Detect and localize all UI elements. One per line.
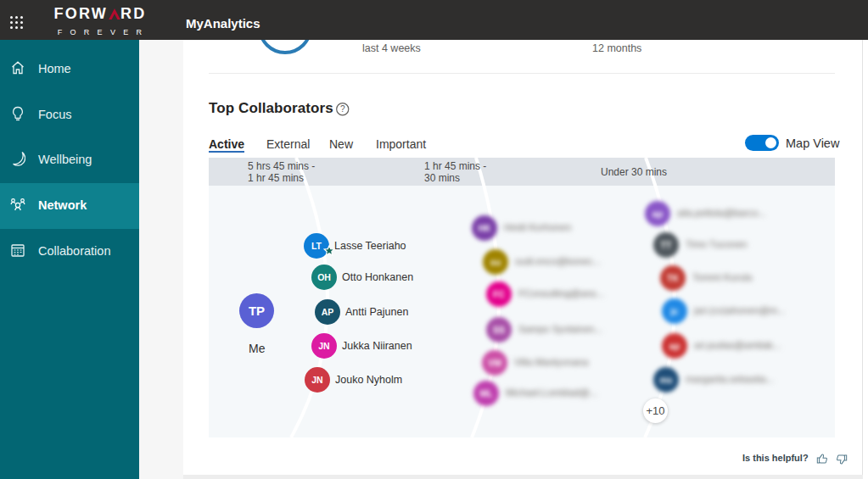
svg-text:?: ?	[340, 104, 345, 114]
